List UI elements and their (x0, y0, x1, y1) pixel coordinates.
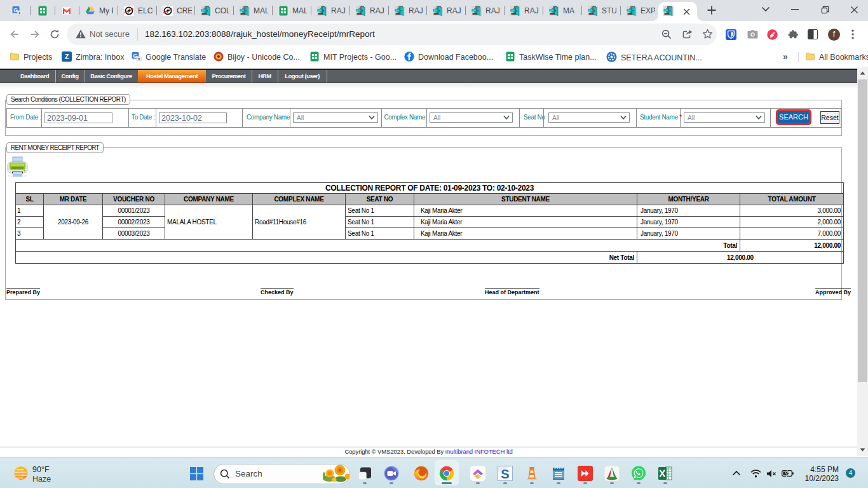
svg-text:Z: Z (65, 53, 69, 60)
svg-text:S: S (501, 467, 509, 481)
